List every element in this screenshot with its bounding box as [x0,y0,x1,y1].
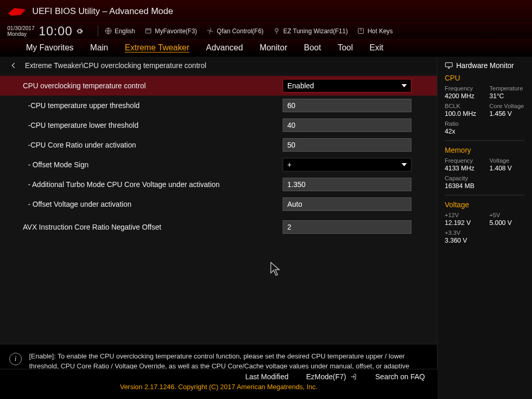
setting-row: - Offset Voltage under activationAuto [0,194,437,214]
setting-input[interactable]: 2 [283,220,411,234]
wand-icon [273,27,281,35]
favorite-icon [144,27,152,35]
setting-row: -CPU Core Ratio under activation50 [0,135,437,155]
monitor-icon [445,62,453,69]
tab-extreme-tweaker[interactable]: Extreme Tweaker [116,39,197,57]
gear-icon[interactable] [76,28,83,35]
question-icon [357,27,365,35]
hotkeys-button[interactable]: Hot Keys [357,27,393,35]
globe-icon [104,27,112,35]
setting-row: AVX Instruction Core Ratio Negative Offs… [0,217,437,237]
setting-label: - Offset Mode Sign [23,161,283,169]
svg-point-2 [210,30,211,32]
last-modified-button[interactable]: Last Modified [245,373,288,381]
tab-tool[interactable]: Tool [329,39,361,57]
setting-row: -CPU temperature upper threshold60 [0,96,437,115]
setting-label: -CPU temperature lower threshold [23,121,283,129]
svg-rect-5 [445,63,452,67]
setting-label: AVX Instruction Core Ratio Negative Offs… [23,223,283,231]
fan-icon [206,27,214,35]
tab-exit[interactable]: Exit [361,39,392,57]
search-faq-button[interactable]: Search on FAQ [375,373,425,381]
hardware-monitor-panel: Hardware Monitor CPU Frequency4200 MHz T… [437,57,532,399]
chevron-down-icon [402,163,407,166]
app-title: UEFI BIOS Utility – Advanced Mode [32,6,173,17]
ezmode-button[interactable]: EzMode(F7) [306,373,357,381]
setting-select[interactable]: Enabled [283,79,411,92]
tab-my-favorites[interactable]: My Favorites [18,39,82,57]
language-selector[interactable]: English [104,27,135,35]
chevron-down-icon [402,84,407,87]
setting-row: - Additional Turbo Mode CPU Core Voltage… [0,175,437,194]
back-icon [9,61,18,70]
rog-logo-icon [7,5,27,18]
tab-bar: My FavoritesMainExtreme TweakerAdvancedM… [0,39,532,57]
setting-select[interactable]: + [283,158,411,171]
setting-row: - Offset Mode Sign+ [0,155,437,175]
exit-icon [349,373,357,380]
setting-row: -CPU temperature lower threshold40 [0,115,437,135]
myfavorite-button[interactable]: MyFavorite(F3) [144,27,197,35]
date-block: 01/30/2017 Monday [7,25,35,36]
setting-label: -CPU temperature upper threshold [23,101,283,110]
version-text: Version 2.17.1246. Copyright (C) 2017 Am… [0,382,437,394]
setting-input[interactable]: Auto [283,197,411,211]
info-icon: i [9,353,22,365]
tab-advanced[interactable]: Advanced [197,39,251,57]
setting-input[interactable]: 40 [283,118,411,132]
svg-rect-1 [145,29,151,33]
breadcrumb[interactable]: Extreme Tweaker\CPU overclocking tempera… [0,57,437,74]
setting-input[interactable]: 50 [283,138,411,152]
svg-point-3 [275,29,278,32]
setting-input[interactable]: 1.350 [283,178,411,191]
qfan-button[interactable]: Qfan Control(F6) [206,27,263,35]
setting-label: CPU overclocking temperature control [23,82,283,90]
clock: 10:00 [39,24,73,38]
tab-monitor[interactable]: Monitor [251,39,296,57]
setting-label: -CPU Core Ratio under activation [23,141,283,149]
setting-label: - Offset Voltage under activation [23,200,283,208]
setting-input[interactable]: 60 [283,99,411,112]
setting-label: - Additional Turbo Mode CPU Core Voltage… [23,180,283,189]
eztuning-button[interactable]: EZ Tuning Wizard(F11) [273,27,348,35]
tab-main[interactable]: Main [82,39,117,57]
tab-boot[interactable]: Boot [296,39,329,57]
setting-row: CPU overclocking temperature controlEnab… [0,76,437,96]
